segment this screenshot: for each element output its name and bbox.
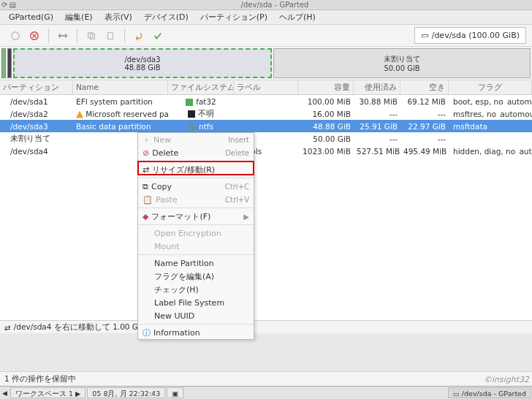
cell-partition: /dev/sda3 bbox=[0, 122, 73, 131]
col-capacity[interactable]: 容量 bbox=[298, 80, 354, 94]
new-button[interactable] bbox=[7, 28, 23, 44]
cell-used: --- bbox=[354, 110, 400, 118]
ctx-name-partition[interactable]: Name Partition bbox=[138, 256, 254, 270]
copy-button[interactable] bbox=[83, 28, 99, 44]
ctx-copy[interactable]: ⧉ CopyCtrl+C bbox=[138, 180, 254, 193]
col-used[interactable]: 使用済み bbox=[354, 80, 400, 94]
menu-partition[interactable]: パーティション(P) bbox=[194, 10, 273, 24]
ctx-new-uuid[interactable]: New UUID bbox=[138, 309, 254, 322]
apply-button[interactable] bbox=[150, 28, 166, 44]
partition-table: /dev/sda1 EFI system partition fat32 100… bbox=[0, 95, 532, 322]
table-header: パーティション Name ファイルシステム ラベル 容量 使用済み 空き フラグ bbox=[0, 80, 532, 95]
cell-partition: /dev/sda1 bbox=[0, 97, 73, 106]
ctx-separator bbox=[138, 178, 254, 178]
partition-bar-unallocated[interactable]: 未割り当て 50.00 GiB bbox=[273, 48, 531, 78]
resize-button[interactable] bbox=[55, 28, 71, 44]
taskbar-app[interactable]: ▭ /dev/sda - GParted bbox=[448, 387, 531, 398]
col-flags[interactable]: フラグ bbox=[449, 80, 532, 94]
taskbar-datetime[interactable]: 05 8月, 月 22:32:43 bbox=[87, 387, 165, 398]
ctx-edit-flags[interactable]: フラグを編集(A) bbox=[138, 270, 254, 283]
cell-capacity: 48.88 GiB bbox=[298, 122, 354, 131]
partition-bar-sda1[interactable] bbox=[1, 48, 6, 78]
menu-help[interactable]: ヘルプ(H) bbox=[273, 10, 322, 24]
cell-flags: boot, esp, no_automount bbox=[449, 97, 532, 106]
ctx-check[interactable]: チェック(H) bbox=[138, 283, 254, 296]
table-row-selected[interactable]: /dev/sda3 Basic data partition ntfs 48.8… bbox=[0, 120, 532, 132]
svg-point-0 bbox=[12, 31, 20, 39]
partition-bar-sda3[interactable]: /dev/sda3 48.88 GiB bbox=[13, 48, 272, 78]
partition-bar-size: 48.88 GiB bbox=[124, 64, 160, 72]
cell-free: 495.49 MiB bbox=[400, 147, 449, 156]
menu-view[interactable]: 表示(V) bbox=[99, 10, 138, 24]
cell-free: --- bbox=[400, 134, 449, 143]
ctx-separator bbox=[138, 254, 254, 255]
cell-used: --- bbox=[354, 134, 400, 143]
delete-button[interactable] bbox=[26, 28, 42, 44]
col-name[interactable]: Name bbox=[73, 80, 168, 94]
ctx-separator bbox=[138, 208, 254, 208]
device-selector[interactable]: ▭ /dev/sda (100.00 GiB) bbox=[414, 27, 526, 44]
cell-flags: msftres, no_automount bbox=[449, 110, 532, 118]
table-row[interactable]: 未割り当て 50.00 GiB --- --- bbox=[0, 132, 532, 145]
menu-edit[interactable]: 編集(E) bbox=[59, 10, 99, 24]
cell-capacity: 50.00 GiB bbox=[298, 134, 354, 143]
ctx-separator bbox=[138, 324, 254, 324]
table-row[interactable]: /dev/sda1 EFI system partition fat32 100… bbox=[0, 95, 532, 107]
cell-name: Basic data partition bbox=[73, 122, 168, 131]
info-icon: ⓘ bbox=[142, 327, 151, 338]
menubar: GParted(G) 編集(E) 表示(V) デバイス(D) パーティション(P… bbox=[0, 10, 532, 25]
window-titlebar: ⟳ ▤ /dev/sda - GParted bbox=[0, 0, 532, 10]
titlebar-icons: ⟳ ▤ bbox=[0, 0, 18, 10]
table-row[interactable]: /dev/sda2 Microsoft reserved partition 不… bbox=[0, 107, 532, 120]
arrow-left-icon[interactable]: ◀ bbox=[0, 390, 10, 397]
ctx-mount: Mount bbox=[138, 240, 254, 253]
toolbar-separator bbox=[77, 28, 77, 43]
statusbar: 1 件の操作を保留中 bbox=[0, 371, 532, 386]
ctx-information[interactable]: ⓘ Information bbox=[138, 326, 254, 339]
paste-icon: 📋 bbox=[142, 195, 153, 205]
ctx-paste: 📋 PasteCtrl+V bbox=[138, 193, 254, 206]
reload-icon: ⟳ bbox=[1, 0, 7, 10]
cell-free: 69.12 MiB bbox=[400, 97, 449, 106]
cell-partition: /dev/sda4 bbox=[0, 147, 73, 156]
ctx-open-encryption: Open Encryption bbox=[138, 227, 254, 240]
app-icon: ▭ bbox=[453, 390, 460, 398]
table-row[interactable]: /dev/sda4 s tools 1023.00 MiB 527.51 MiB… bbox=[0, 145, 532, 157]
cell-flags: msftdata bbox=[449, 122, 532, 131]
ctx-delete[interactable]: ⊘ DeleteDelete bbox=[138, 146, 254, 159]
taskbar-terminal-icon[interactable]: ▣ bbox=[167, 387, 183, 398]
partition-bar-sda2[interactable] bbox=[7, 48, 12, 78]
menu-device[interactable]: デバイス(D) bbox=[138, 10, 194, 24]
cell-capacity: 1023.00 MiB bbox=[298, 147, 354, 156]
cell-fs: ntfs bbox=[168, 122, 234, 131]
ctx-label-fs[interactable]: Label File System bbox=[138, 296, 254, 309]
cell-capacity: 16.00 MiB bbox=[298, 110, 354, 118]
col-free[interactable]: 空き bbox=[400, 80, 449, 94]
toolbar-separator bbox=[48, 28, 49, 43]
paste-button[interactable] bbox=[102, 28, 118, 44]
cell-free: 22.97 GiB bbox=[400, 122, 449, 131]
col-partition[interactable]: パーティション bbox=[0, 80, 73, 94]
device-selector-label: /dev/sda (100.00 GiB) bbox=[432, 31, 520, 40]
cell-partition: /dev/sda2 bbox=[0, 110, 73, 118]
cell-used: 30.88 MiB bbox=[354, 97, 400, 106]
ctx-format[interactable]: ◆ フォーマット(F)▶ bbox=[138, 210, 254, 223]
pending-op-line: ⇄ /dev/sda4 を右に移動して 1.00 GiB から 1023.00 … bbox=[0, 320, 532, 333]
cell-fs: fat32 bbox=[168, 97, 234, 106]
toolbar: ▭ /dev/sda (100.00 GiB) bbox=[0, 25, 532, 47]
col-label[interactable]: ラベル bbox=[234, 80, 298, 94]
partition-bar-label: /dev/sda3 bbox=[124, 56, 160, 64]
partition-bar: /dev/sda3 48.88 GiB 未割り当て 50.00 GiB bbox=[0, 47, 532, 80]
taskbar: ◀ ワークスペース 1 ▶ 05 8月, 月 22:32:43 ▣ ▭ /dev… bbox=[0, 386, 532, 399]
format-icon: ◆ bbox=[142, 212, 148, 221]
cell-used: 527.51 MiB bbox=[354, 147, 400, 156]
disk-icon: ▭ bbox=[421, 31, 428, 40]
svg-rect-4 bbox=[108, 32, 113, 39]
window-title: /dev/sda - GParted bbox=[18, 0, 532, 10]
ctx-separator bbox=[138, 224, 254, 225]
undo-button[interactable] bbox=[131, 28, 147, 44]
col-filesystem[interactable]: ファイルシステム bbox=[168, 80, 234, 94]
toolbar-separator bbox=[124, 28, 125, 43]
taskbar-workspace[interactable]: ワークスペース 1 ▶ bbox=[10, 387, 86, 398]
menu-gparted[interactable]: GParted(G) bbox=[3, 11, 59, 23]
